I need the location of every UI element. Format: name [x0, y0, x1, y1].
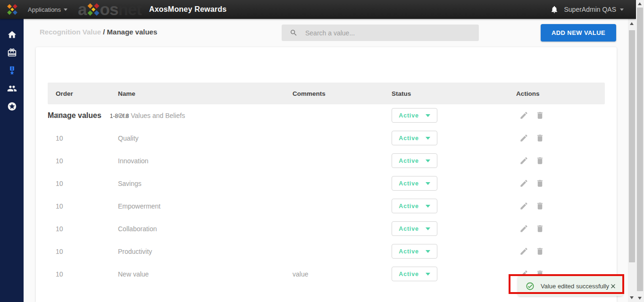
table-row: 10 Savings Active [48, 172, 605, 195]
cell-name: Productivity [118, 240, 152, 263]
cell-order: 10 [56, 240, 63, 263]
gift-icon [7, 48, 17, 58]
edit-button[interactable] [519, 224, 528, 233]
add-new-value-button[interactable]: ADD NEW VALUE [541, 24, 616, 42]
cell-order: 10 [56, 263, 63, 285]
status-label: Active [399, 203, 418, 210]
trash-icon [535, 224, 544, 233]
status-label: Active [399, 135, 418, 142]
star-circle-icon [7, 101, 17, 111]
trash-icon [535, 111, 544, 120]
cell-name: Quality [118, 127, 139, 150]
sidebar-item-home[interactable] [0, 25, 24, 43]
delete-button[interactable] [535, 224, 544, 233]
check-circle-icon [526, 282, 535, 291]
status-label: Active [399, 271, 418, 277]
cell-comment: value [293, 263, 308, 285]
user-menu-label: SuperAdmin QAS [564, 6, 617, 13]
status-dropdown[interactable]: Active [392, 131, 437, 145]
status-dropdown[interactable]: Active [392, 267, 437, 281]
column-header-status: Status [392, 83, 411, 104]
cell-order: 10 [56, 104, 63, 127]
delete-button[interactable] [535, 156, 544, 165]
medal-icon [7, 66, 17, 76]
watermark-text: net [118, 0, 142, 19]
toast-close-button[interactable] [610, 283, 617, 290]
sidebar-item-stars[interactable] [0, 97, 24, 115]
inner-scrollbar-thumb[interactable] [629, 30, 635, 262]
edit-button[interactable] [519, 201, 528, 210]
axosnet-logo-icon [6, 3, 18, 16]
edit-button[interactable] [519, 134, 528, 143]
status-dropdown[interactable]: Active [392, 244, 437, 259]
chevron-down-icon [426, 205, 430, 208]
delete-button[interactable] [535, 111, 544, 120]
table-row: 10 Empowerment Active [48, 195, 605, 218]
delete-button[interactable] [535, 201, 544, 210]
table-row: 10 Productivity Active [48, 240, 605, 263]
chevron-down-icon [426, 114, 430, 117]
status-label: Active [399, 112, 418, 119]
outer-scrollbar-thumb[interactable] [637, 8, 643, 291]
table-row: 10 Our Values and Beliefs Active [48, 104, 605, 127]
status-label: Active [399, 226, 418, 232]
sidebar-item-recognition[interactable] [0, 61, 24, 79]
breadcrumb-parent[interactable]: Recognition Value [40, 28, 101, 36]
applications-menu[interactable]: Applications [28, 6, 67, 13]
scroll-up-arrow-icon[interactable] [630, 22, 634, 25]
status-label: Active [399, 180, 418, 187]
outer-vertical-scrollbar[interactable] [636, 0, 644, 302]
edit-button[interactable] [519, 179, 528, 188]
success-toast: Value edited successfully [518, 276, 623, 296]
delete-button[interactable] [535, 247, 544, 256]
delete-button[interactable] [535, 179, 544, 188]
edit-button[interactable] [519, 111, 528, 120]
sidebar-item-people[interactable] [0, 79, 24, 97]
column-header-actions: Actions [516, 83, 540, 104]
pencil-icon [519, 224, 528, 233]
cell-order: 10 [56, 150, 63, 172]
pencil-icon [519, 111, 528, 120]
axosnet-brand-watermark: a os net [78, 0, 142, 19]
toast-message: Value edited successfully [541, 283, 609, 290]
delete-button[interactable] [535, 134, 544, 143]
scroll-down-arrow-icon[interactable] [630, 296, 634, 299]
cell-order: 10 [56, 195, 63, 218]
cell-name: New value [118, 263, 149, 285]
status-dropdown[interactable]: Active [392, 199, 437, 213]
cell-order: 10 [56, 172, 63, 195]
people-group-icon [7, 84, 17, 93]
chevron-down-icon [620, 8, 624, 11]
user-menu[interactable]: SuperAdmin QAS [564, 6, 624, 13]
left-sidebar [0, 19, 24, 302]
column-header-comments: Comments [293, 83, 326, 104]
trash-icon [535, 247, 544, 256]
edit-button[interactable] [519, 156, 528, 165]
inner-vertical-scrollbar[interactable] [628, 19, 636, 302]
cell-order: 10 [56, 127, 63, 150]
search-input[interactable] [305, 29, 461, 37]
breadcrumb-current: / Manage values [103, 28, 157, 36]
manage-values-card: Manage values 1-8 of 8 Order Name Commen… [36, 47, 617, 302]
chevron-down-icon [426, 159, 430, 162]
sidebar-item-rewards[interactable] [0, 43, 24, 61]
edit-button[interactable] [519, 247, 528, 256]
status-label: Active [399, 158, 418, 164]
search-bar [282, 25, 479, 41]
app-title: AxosMoney Rewards [149, 5, 226, 14]
column-header-name: Name [118, 83, 135, 104]
status-dropdown[interactable]: Active [392, 153, 437, 168]
chevron-down-icon [426, 137, 430, 140]
status-dropdown[interactable]: Active [392, 221, 437, 236]
trash-icon [535, 201, 544, 210]
pencil-icon [519, 156, 528, 165]
top-navbar: Applications a os net AxosMoney Rewards … [0, 0, 636, 19]
watermark-text: a [78, 0, 86, 19]
status-dropdown[interactable]: Active [392, 176, 437, 191]
status-dropdown[interactable]: Active [392, 108, 437, 123]
trash-icon [535, 134, 544, 143]
scroll-down-arrow-icon[interactable] [638, 297, 642, 300]
scroll-up-arrow-icon[interactable] [638, 2, 642, 5]
applications-menu-label: Applications [28, 6, 61, 13]
notifications-bell-icon[interactable] [550, 5, 559, 14]
